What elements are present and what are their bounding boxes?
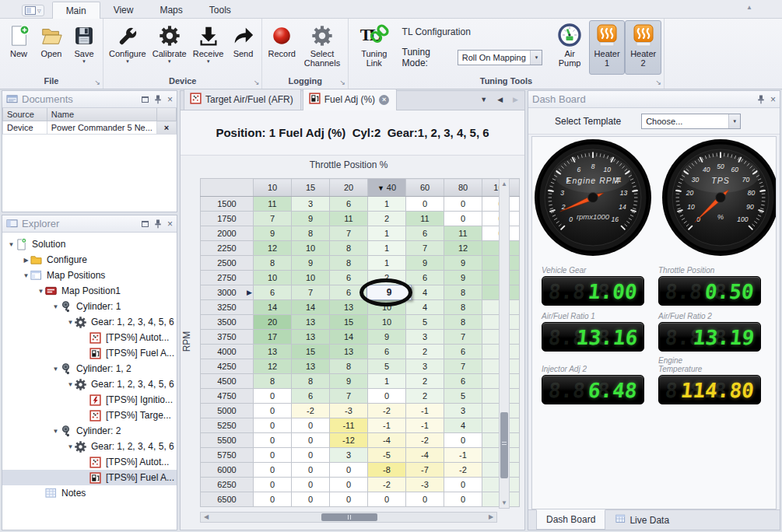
grid-cell[interactable]: 5 <box>406 315 444 330</box>
row-header-6000[interactable]: 6000 <box>201 463 254 478</box>
grid-cell[interactable]: 0 <box>444 212 482 226</box>
row-header-5500[interactable]: 5500 <box>201 433 254 448</box>
grid-cell[interactable]: 12 <box>444 241 482 256</box>
column-header-80[interactable]: 80 <box>444 179 482 197</box>
air-pump-button[interactable]: Air Pump <box>550 20 588 75</box>
row-header-6250[interactable]: 6250 <box>201 478 254 492</box>
editor-tab-target-air-fuel-afr[interactable]: Target Air/Fuel (AFR) <box>184 89 301 110</box>
vertical-scrollbar[interactable]: ▲ ▼ <box>499 178 510 509</box>
grid-cell[interactable]: 0 <box>330 463 368 478</box>
close-button[interactable]: × <box>167 219 173 229</box>
scroll-right-icon[interactable]: ▶ <box>486 513 496 522</box>
ribbon-tab-view[interactable]: View <box>100 2 147 18</box>
grid-cell[interactable]: 2 <box>368 212 406 226</box>
grid-cell[interactable]: 10 <box>292 271 330 285</box>
grid-cell[interactable]: 0 <box>406 492 444 507</box>
grid-cell[interactable]: 9 <box>406 256 444 271</box>
grid-cell[interactable]: 2 <box>406 374 444 389</box>
grid-cell[interactable]: 10 <box>254 271 292 285</box>
grid-cell[interactable]: 0 <box>330 478 368 492</box>
pin-button[interactable] <box>757 95 765 104</box>
grid-cell[interactable]: 0 <box>292 463 330 478</box>
grid-cell[interactable]: 6 <box>406 226 444 241</box>
grid-cell[interactable]: 9 <box>292 256 330 271</box>
column-header-15[interactable]: 15 <box>292 179 330 197</box>
row-header-2000[interactable]: 2000 <box>201 226 254 241</box>
row-header-5750[interactable]: 5750 <box>201 448 254 463</box>
grid-cell[interactable]: 1 <box>368 241 406 256</box>
new-button[interactable]: New <box>2 20 35 75</box>
grid-cell[interactable]: 8 <box>330 359 368 374</box>
grid-cell[interactable]: 6 <box>330 197 368 212</box>
column-header-20[interactable]: 20 <box>330 179 368 197</box>
grid-cell[interactable]: -4 <box>406 448 444 463</box>
collapse-arrow-icon[interactable]: ▼ <box>7 241 16 248</box>
grid-cell[interactable]: 11 <box>406 212 444 226</box>
configure-button[interactable]: Configure▼ <box>106 20 149 75</box>
grid-cell[interactable]: 0 <box>254 389 292 404</box>
tree-item-map-positions[interactable]: ▼Map Positions <box>2 268 177 283</box>
tree-item-cylinder-2[interactable]: ▼Cylinder: 2 <box>2 423 177 439</box>
grid-cell[interactable]: -3 <box>330 404 368 418</box>
grid-cell[interactable]: 13 <box>292 359 330 374</box>
tree-item-tps-ignitio[interactable]: [TPS%] Ignitio... <box>2 392 177 408</box>
grid-cell[interactable]: 7 <box>254 212 292 226</box>
pin-button[interactable] <box>154 219 162 229</box>
grid-cell[interactable]: 0 <box>368 492 406 507</box>
grid-cell[interactable]: 15 <box>330 315 368 330</box>
grid-cell[interactable]: 8 <box>254 374 292 389</box>
tree-item-cylinder-1[interactable]: ▼Cylinder: 1 <box>2 299 177 314</box>
ribbon-tab-tools[interactable]: Tools <box>196 2 244 18</box>
grid-cell[interactable]: 11 <box>444 226 482 241</box>
grid-cell[interactable]: 8 <box>330 241 368 256</box>
dashboard-tab-dash-board[interactable]: Dash Board <box>536 509 605 530</box>
grid-cell[interactable]: -3 <box>406 478 444 492</box>
tree-item-gear-1-2-3-4-5-6[interactable]: ▼Gear: 1, 2, 3, 4, 5, 6 <box>2 439 177 454</box>
grid-cell[interactable]: 7 <box>330 226 368 241</box>
expand-arrow-icon[interactable]: ▶ <box>22 257 30 264</box>
grid-cell[interactable]: 6 <box>292 389 330 404</box>
vertical-scrollbar-thumb[interactable] <box>500 412 508 478</box>
grid-cell[interactable]: 0 <box>254 478 292 492</box>
grid-cell[interactable]: 3 <box>444 404 482 418</box>
chevron-down-icon[interactable]: ▼ <box>728 114 740 128</box>
grid-cell[interactable]: 12 <box>254 241 292 256</box>
grid-cell[interactable]: 3 <box>330 448 368 463</box>
column-header-40[interactable]: ▼40 <box>368 179 406 197</box>
chevron-down-icon[interactable]: ▼ <box>530 51 542 65</box>
dashboard-tab-live-data[interactable]: Live Data <box>605 510 679 530</box>
grid-cell[interactable]: 7 <box>330 389 368 404</box>
scroll-tabs-right-icon[interactable]: ▶ <box>513 96 518 103</box>
grid-cell[interactable]: -5 <box>368 448 406 463</box>
row-header-4750[interactable]: 4750 <box>201 389 254 404</box>
collapse-arrow-icon[interactable]: ▼ <box>22 272 30 279</box>
grid-cell[interactable]: 4 <box>444 418 482 433</box>
grid-cell[interactable]: 0 <box>292 418 330 433</box>
pin-button[interactable] <box>154 95 162 104</box>
grid-cell[interactable]: -2 <box>368 478 406 492</box>
scroll-left-icon[interactable]: ◀ <box>201 513 212 522</box>
grid-cell[interactable]: 4 <box>406 300 444 315</box>
row-header-3750[interactable]: 3750 <box>201 330 254 345</box>
grid-cell[interactable]: 5 <box>444 389 482 404</box>
scroll-tabs-left-icon[interactable]: ◀ <box>497 96 503 103</box>
grid-cell[interactable]: 15 <box>292 345 330 359</box>
grid-cell[interactable]: 17 <box>254 330 292 345</box>
grid-cell[interactable]: -12 <box>330 433 368 448</box>
grid-cell[interactable]: 0 <box>292 478 330 492</box>
scroll-down-icon[interactable]: ▼ <box>500 498 509 508</box>
grid-cell[interactable]: 0 <box>444 433 482 448</box>
collapse-arrow-icon[interactable]: ▼ <box>66 443 75 450</box>
grid-cell[interactable]: 1 <box>368 197 406 212</box>
grid-cell[interactable]: 8 <box>444 285 482 300</box>
grid-cell[interactable]: 8 <box>444 315 482 330</box>
grid-cell[interactable]: 0 <box>292 492 330 507</box>
row-header-6500[interactable]: 6500 <box>201 492 254 507</box>
grid-cell[interactable]: -7 <box>406 463 444 478</box>
row-header-3500[interactable]: 3500 <box>201 315 254 330</box>
save-button[interactable]: Save▼ <box>68 20 100 75</box>
grid-cell[interactable]: 0 <box>444 478 482 492</box>
grid-cell[interactable]: 1 <box>368 226 406 241</box>
group-expand-icon[interactable]: ↘ <box>254 79 260 86</box>
grid-cell[interactable]: 20 <box>254 315 292 330</box>
